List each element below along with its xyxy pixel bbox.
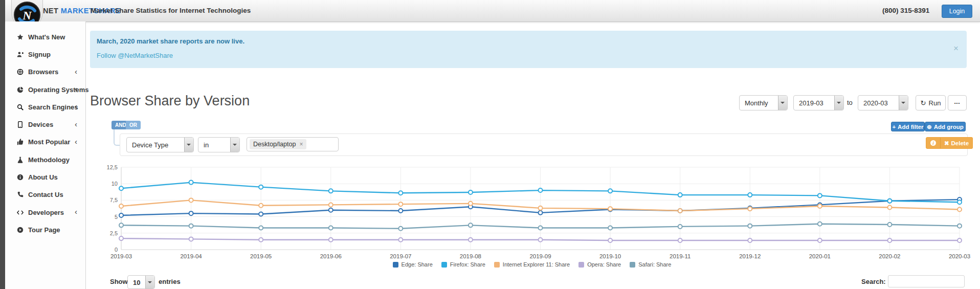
svg-text:2020-01: 2020-01 — [809, 253, 831, 259]
close-icon[interactable]: × — [953, 44, 959, 53]
sidebar-item-most-popular[interactable]: Most Popular‹ — [5, 134, 85, 151]
run-button[interactable]: ↻ Run — [916, 95, 946, 110]
sidebar-item-what-s-new[interactable]: What's New — [5, 28, 85, 46]
sidebar-item-label: Browsers — [28, 68, 58, 76]
page-title: Browser Share by Version — [90, 93, 250, 109]
rule-info-button[interactable]: i — [926, 137, 941, 149]
svg-text:2019-05: 2019-05 — [250, 253, 272, 259]
interval-select[interactable]: Monthly — [739, 95, 788, 110]
rule-delete-button[interactable]: ✖ Delete — [940, 137, 973, 149]
play-circle-icon — [17, 227, 24, 233]
sidebar-item-devices[interactable]: Devices‹ — [5, 116, 85, 133]
sidebar-item-label: Most Popular — [28, 138, 70, 146]
date-from-value: 2019-03 — [799, 99, 823, 107]
legend-item-edge-share[interactable]: Edge: Share — [393, 261, 433, 268]
info-icon — [17, 174, 24, 181]
sidebar-item-search-engines[interactable]: Search Engines‹ — [5, 98, 85, 116]
entries-label: entries — [159, 278, 181, 285]
svg-text:N: N — [22, 9, 32, 22]
search-icon — [17, 104, 24, 110]
chevron-left-icon: ‹ — [75, 208, 77, 216]
page-edge-strip — [0, 0, 5, 289]
more-options-button[interactable]: ••• — [948, 95, 967, 110]
globe-icon — [17, 69, 24, 75]
filter-operator-value: in — [204, 141, 209, 149]
svg-text:5: 5 — [115, 214, 118, 220]
legend-label: Internet Explorer 11: Share — [503, 261, 570, 268]
browser-share-chart[interactable]: 2019-032019-042019-052019-062019-072019-… — [92, 163, 972, 263]
legend-item-firefox-share[interactable]: Firefox: Share — [441, 261, 485, 268]
sidebar-item-label: Developers — [28, 209, 64, 216]
login-button[interactable]: Login — [942, 5, 972, 18]
chevron-down-icon — [184, 138, 193, 152]
legend-item-internet-explorer-11-share[interactable]: Internet Explorer 11: Share — [494, 261, 570, 268]
sidebar-item-label: Signup — [28, 51, 51, 58]
legend-swatch-icon — [494, 262, 500, 268]
sidebar-item-about-us[interactable]: About Us — [5, 168, 85, 186]
svg-text:2019-06: 2019-06 — [320, 253, 342, 259]
entries-per-page-select[interactable]: 10 — [127, 275, 155, 289]
svg-text:2,5: 2,5 — [110, 230, 118, 236]
add-filter-button[interactable]: + Add filter — [891, 122, 925, 131]
svg-text:2019-09: 2019-09 — [529, 253, 551, 259]
circle-plus-icon: ⊕ — [927, 123, 932, 130]
filter-or-button[interactable]: OR — [126, 121, 141, 129]
chevron-left-icon: ‹ — [75, 120, 77, 128]
banner-follow-link[interactable]: Follow @NetMarketShare — [97, 52, 173, 59]
chevron-left-icon: ‹ — [75, 85, 77, 94]
sidebar-item-developers[interactable]: Developers‹ — [5, 204, 85, 221]
svg-text:2019-11: 2019-11 — [670, 253, 691, 259]
sidebar-item-label: Operating Systems — [28, 86, 89, 94]
sidebar-item-contact-us[interactable]: Contact Us — [5, 186, 85, 204]
flask-icon — [17, 157, 24, 163]
sidebar-item-signup[interactable]: Signup — [5, 46, 85, 63]
interval-value: Monthly — [745, 99, 768, 107]
tag-remove-icon[interactable]: × — [299, 141, 303, 148]
sidebar-item-browsers[interactable]: Browsers‹ — [5, 63, 85, 81]
sidebar-item-methodology[interactable]: Methodology — [5, 151, 85, 168]
sidebar-item-tour-page[interactable]: Tour Page — [5, 221, 85, 238]
legend-swatch-icon — [441, 262, 447, 268]
filter-operator-select[interactable]: in — [198, 137, 240, 152]
sidebar-item-label: What's New — [28, 33, 65, 41]
svg-text:2020-03: 2020-03 — [949, 253, 970, 259]
add-group-label: Add group — [934, 124, 964, 130]
sidebar-item-label: About Us — [28, 173, 58, 181]
brand-net: NET — [43, 7, 58, 15]
legend-item-opera-share[interactable]: Opera: Share — [578, 261, 621, 268]
sidebar-item-label: Search Engines — [28, 103, 78, 111]
filter-value-input[interactable]: Desktop/laptop × — [247, 137, 339, 151]
legend-label: Edge: Share — [402, 261, 433, 268]
sidebar-item-label: Tour Page — [28, 226, 60, 234]
legend-swatch-icon — [393, 262, 398, 268]
filter-field-select[interactable]: Device Type — [126, 137, 194, 152]
svg-text:2019-03: 2019-03 — [110, 253, 132, 259]
svg-text:2019-04: 2019-04 — [180, 253, 202, 259]
legend-swatch-icon — [630, 262, 635, 268]
svg-text:2019-12: 2019-12 — [739, 253, 761, 259]
line-chart-canvas: 2019-032019-042019-052019-062019-072019-… — [92, 163, 972, 263]
add-group-button[interactable]: ⊕ Add group — [925, 122, 966, 131]
tablet-icon — [17, 121, 24, 128]
info-icon: i — [930, 140, 936, 146]
sidebar-item-label: Contact Us — [28, 191, 63, 198]
chart-legend: Edge: ShareFirefox: ShareInternet Explor… — [92, 261, 972, 268]
legend-swatch-icon — [578, 262, 584, 268]
legend-item-safari-share[interactable]: Safari: Share — [630, 261, 671, 268]
svg-text:2019-08: 2019-08 — [460, 253, 481, 259]
date-from-select[interactable]: 2019-03 — [793, 95, 844, 110]
svg-text:0: 0 — [115, 247, 118, 253]
run-label: Run — [929, 99, 941, 107]
filter-field-value: Device Type — [132, 141, 168, 149]
search-input[interactable] — [888, 275, 965, 287]
chevron-down-icon — [778, 96, 787, 110]
add-filter-label: Add filter — [898, 124, 923, 130]
phone-number: (800) 315-8391 — [882, 7, 929, 14]
date-to-select[interactable]: 2020-03 — [858, 95, 908, 110]
chevron-down-icon — [230, 138, 239, 152]
sidebar-item-label: Devices — [28, 121, 53, 128]
sidebar-item-operating-systems[interactable]: Operating Systems‹ — [5, 81, 85, 98]
show-entries-label: Show — [110, 278, 128, 285]
date-to-value: 2020-03 — [863, 99, 888, 107]
svg-text:7,5: 7,5 — [110, 197, 118, 203]
